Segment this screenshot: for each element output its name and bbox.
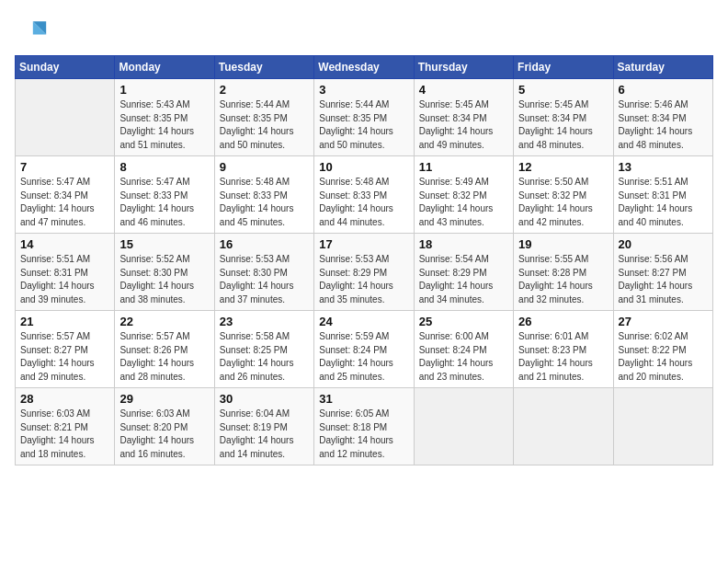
day-number: 14 xyxy=(20,237,109,251)
logo xyxy=(15,15,51,48)
day-info: Sunrise: 5:44 AMSunset: 8:35 PMDaylight:… xyxy=(220,98,309,152)
calendar-cell: 2Sunrise: 5:44 AMSunset: 8:35 PMDaylight… xyxy=(214,79,313,156)
day-number: 13 xyxy=(619,160,708,174)
day-number: 2 xyxy=(220,83,309,97)
calendar-cell: 17Sunrise: 5:53 AMSunset: 8:29 PMDayligh… xyxy=(314,234,414,311)
day-header-friday: Friday xyxy=(514,56,613,79)
calendar-cell: 7Sunrise: 5:47 AMSunset: 8:34 PMDaylight… xyxy=(16,156,115,234)
day-header-thursday: Thursday xyxy=(414,56,513,79)
day-number: 16 xyxy=(220,237,309,251)
calendar-cell: 9Sunrise: 5:48 AMSunset: 8:33 PMDaylight… xyxy=(214,156,313,234)
day-number: 30 xyxy=(220,392,309,406)
calendar-cell: 11Sunrise: 5:49 AMSunset: 8:32 PMDayligh… xyxy=(414,156,513,234)
week-row-5: 28Sunrise: 6:03 AMSunset: 8:21 PMDayligh… xyxy=(16,388,713,465)
day-info: Sunrise: 6:03 AMSunset: 8:20 PMDaylight:… xyxy=(119,408,209,461)
day-info: Sunrise: 5:53 AMSunset: 8:30 PMDaylight:… xyxy=(220,253,309,306)
calendar-cell: 15Sunrise: 5:52 AMSunset: 8:30 PMDayligh… xyxy=(115,234,214,311)
calendar-cell: 20Sunrise: 5:56 AMSunset: 8:27 PMDayligh… xyxy=(613,234,712,311)
day-info: Sunrise: 5:45 AMSunset: 8:34 PMDaylight:… xyxy=(518,98,608,152)
day-info: Sunrise: 5:44 AMSunset: 8:35 PMDaylight:… xyxy=(319,98,408,152)
calendar-cell: 18Sunrise: 5:54 AMSunset: 8:29 PMDayligh… xyxy=(414,234,513,311)
day-info: Sunrise: 6:04 AMSunset: 8:19 PMDaylight:… xyxy=(220,408,309,461)
day-info: Sunrise: 6:02 AMSunset: 8:22 PMDaylight:… xyxy=(619,330,708,384)
day-number: 19 xyxy=(518,237,608,251)
week-row-2: 7Sunrise: 5:47 AMSunset: 8:34 PMDaylight… xyxy=(16,156,713,234)
day-info: Sunrise: 6:05 AMSunset: 8:18 PMDaylight:… xyxy=(319,408,408,461)
calendar-cell: 31Sunrise: 6:05 AMSunset: 8:18 PMDayligh… xyxy=(314,388,414,465)
calendar-cell: 25Sunrise: 6:00 AMSunset: 8:24 PMDayligh… xyxy=(414,311,513,388)
calendar-cell xyxy=(514,388,613,465)
day-number: 21 xyxy=(20,315,109,328)
calendar-cell: 6Sunrise: 5:46 AMSunset: 8:34 PMDaylight… xyxy=(613,79,712,156)
day-number: 8 xyxy=(119,160,209,174)
day-number: 12 xyxy=(518,160,608,174)
calendar-cell: 22Sunrise: 5:57 AMSunset: 8:26 PMDayligh… xyxy=(115,311,214,388)
calendar-cell: 3Sunrise: 5:44 AMSunset: 8:35 PMDaylight… xyxy=(314,79,414,156)
day-info: Sunrise: 5:49 AMSunset: 8:32 PMDaylight:… xyxy=(419,176,508,229)
calendar-cell: 13Sunrise: 5:51 AMSunset: 8:31 PMDayligh… xyxy=(613,156,712,234)
day-info: Sunrise: 5:57 AMSunset: 8:26 PMDaylight:… xyxy=(119,330,209,384)
day-info: Sunrise: 5:43 AMSunset: 8:35 PMDaylight:… xyxy=(119,98,209,152)
calendar-cell xyxy=(16,79,115,156)
day-number: 6 xyxy=(619,83,708,97)
day-info: Sunrise: 5:52 AMSunset: 8:30 PMDaylight:… xyxy=(119,253,209,306)
day-header-sunday: Sunday xyxy=(16,56,115,79)
day-info: Sunrise: 5:48 AMSunset: 8:33 PMDaylight:… xyxy=(220,176,309,229)
day-number: 3 xyxy=(319,83,408,97)
calendar-cell: 28Sunrise: 6:03 AMSunset: 8:21 PMDayligh… xyxy=(16,388,115,465)
calendar-cell xyxy=(613,388,712,465)
calendar-cell: 8Sunrise: 5:47 AMSunset: 8:33 PMDaylight… xyxy=(115,156,214,234)
calendar-cell: 26Sunrise: 6:01 AMSunset: 8:23 PMDayligh… xyxy=(514,311,613,388)
day-number: 11 xyxy=(419,160,508,174)
calendar-cell: 1Sunrise: 5:43 AMSunset: 8:35 PMDaylight… xyxy=(115,79,214,156)
day-header-saturday: Saturday xyxy=(613,56,712,79)
calendar-cell: 19Sunrise: 5:55 AMSunset: 8:28 PMDayligh… xyxy=(514,234,613,311)
page-header xyxy=(15,15,713,48)
day-number: 25 xyxy=(419,315,508,328)
day-number: 7 xyxy=(20,160,109,174)
day-info: Sunrise: 5:58 AMSunset: 8:25 PMDaylight:… xyxy=(220,330,309,384)
day-number: 24 xyxy=(319,315,408,328)
day-info: Sunrise: 5:57 AMSunset: 8:27 PMDaylight:… xyxy=(20,330,109,384)
calendar-cell: 16Sunrise: 5:53 AMSunset: 8:30 PMDayligh… xyxy=(214,234,313,311)
day-number: 17 xyxy=(319,237,408,251)
calendar-cell: 14Sunrise: 5:51 AMSunset: 8:31 PMDayligh… xyxy=(16,234,115,311)
day-info: Sunrise: 5:47 AMSunset: 8:34 PMDaylight:… xyxy=(20,176,109,229)
day-info: Sunrise: 5:45 AMSunset: 8:34 PMDaylight:… xyxy=(419,98,508,152)
day-number: 31 xyxy=(319,392,408,406)
day-info: Sunrise: 5:55 AMSunset: 8:28 PMDaylight:… xyxy=(518,253,608,306)
day-number: 22 xyxy=(119,315,209,328)
calendar-cell xyxy=(414,388,513,465)
day-info: Sunrise: 6:01 AMSunset: 8:23 PMDaylight:… xyxy=(518,330,608,384)
day-info: Sunrise: 6:00 AMSunset: 8:24 PMDaylight:… xyxy=(419,330,508,384)
day-number: 1 xyxy=(119,83,209,97)
week-row-4: 21Sunrise: 5:57 AMSunset: 8:27 PMDayligh… xyxy=(16,311,713,388)
day-info: Sunrise: 5:59 AMSunset: 8:24 PMDaylight:… xyxy=(319,330,408,384)
day-number: 18 xyxy=(419,237,508,251)
calendar-cell: 10Sunrise: 5:48 AMSunset: 8:33 PMDayligh… xyxy=(314,156,414,234)
day-info: Sunrise: 6:03 AMSunset: 8:21 PMDaylight:… xyxy=(20,408,109,461)
calendar-cell: 29Sunrise: 6:03 AMSunset: 8:20 PMDayligh… xyxy=(115,388,214,465)
day-info: Sunrise: 5:56 AMSunset: 8:27 PMDaylight:… xyxy=(619,253,708,306)
calendar-table: SundayMondayTuesdayWednesdayThursdayFrid… xyxy=(15,55,713,465)
day-number: 9 xyxy=(220,160,309,174)
day-info: Sunrise: 5:54 AMSunset: 8:29 PMDaylight:… xyxy=(419,253,508,306)
calendar-cell: 5Sunrise: 5:45 AMSunset: 8:34 PMDaylight… xyxy=(514,79,613,156)
calendar-cell: 4Sunrise: 5:45 AMSunset: 8:34 PMDaylight… xyxy=(414,79,513,156)
day-info: Sunrise: 5:46 AMSunset: 8:34 PMDaylight:… xyxy=(619,98,708,152)
calendar-cell: 30Sunrise: 6:04 AMSunset: 8:19 PMDayligh… xyxy=(214,388,313,465)
day-number: 20 xyxy=(619,237,708,251)
day-info: Sunrise: 5:50 AMSunset: 8:32 PMDaylight:… xyxy=(518,176,608,229)
day-number: 15 xyxy=(119,237,209,251)
day-number: 29 xyxy=(119,392,209,406)
calendar-cell: 23Sunrise: 5:58 AMSunset: 8:25 PMDayligh… xyxy=(214,311,313,388)
day-info: Sunrise: 5:51 AMSunset: 8:31 PMDaylight:… xyxy=(20,253,109,306)
calendar-cell: 27Sunrise: 6:02 AMSunset: 8:22 PMDayligh… xyxy=(613,311,712,388)
day-number: 10 xyxy=(319,160,408,174)
day-info: Sunrise: 5:48 AMSunset: 8:33 PMDaylight:… xyxy=(319,176,408,229)
day-number: 23 xyxy=(220,315,309,328)
calendar-cell: 12Sunrise: 5:50 AMSunset: 8:32 PMDayligh… xyxy=(514,156,613,234)
day-number: 26 xyxy=(518,315,608,328)
day-header-tuesday: Tuesday xyxy=(214,56,313,79)
day-number: 27 xyxy=(619,315,708,328)
